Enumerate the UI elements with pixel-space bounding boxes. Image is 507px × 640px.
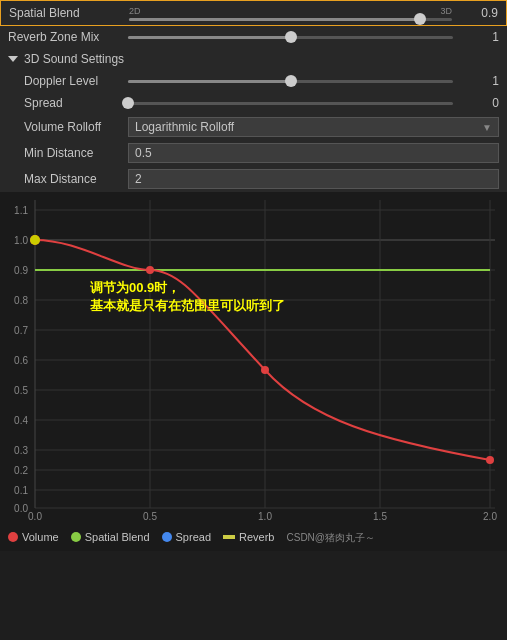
spatial-blend-value: 0.9 (458, 6, 498, 20)
min-distance-input[interactable]: 0.5 (128, 143, 499, 163)
audio-settings-panel: Spatial Blend 2D 3D 0.9 Reverb Zone Mix (0, 0, 507, 551)
legend-spread: Spread (162, 531, 211, 543)
doppler-level-slider-container (128, 73, 453, 89)
svg-text:0.2: 0.2 (14, 465, 28, 476)
legend-watermark: CSDN@猪肉丸子～ (286, 531, 375, 545)
svg-text:2.0: 2.0 (483, 511, 497, 522)
svg-text:0.3: 0.3 (14, 445, 28, 456)
legend-reverb: Reverb (223, 531, 274, 543)
legend-volume: Volume (8, 531, 59, 543)
doppler-level-track (128, 80, 453, 83)
doppler-level-fill (128, 80, 291, 83)
svg-text:基本就是只有在范围里可以听到了: 基本就是只有在范围里可以听到了 (90, 298, 285, 313)
3d-sound-settings-header[interactable]: 3D Sound Settings (0, 48, 507, 70)
doppler-level-label: Doppler Level (8, 74, 128, 88)
spread-row: Spread 0 (0, 92, 507, 114)
spread-thumb[interactable] (122, 97, 134, 109)
svg-text:0.5: 0.5 (143, 511, 157, 522)
spatial-blend-fill (129, 18, 420, 21)
legend-spread-label: Spread (176, 531, 211, 543)
watermark-text: CSDN@猪肉丸子～ (286, 531, 375, 545)
dropdown-arrow-icon: ▼ (482, 122, 492, 133)
max-distance-row: Max Distance 2 (0, 166, 507, 192)
volume-rolloff-label: Volume Rolloff (8, 120, 128, 134)
svg-text:0.8: 0.8 (14, 295, 28, 306)
legend-volume-label: Volume (22, 531, 59, 543)
3d-sound-settings-label: 3D Sound Settings (24, 52, 124, 66)
spatial-blend-slider-container: 2D 3D (129, 5, 452, 21)
max-distance-input[interactable]: 2 (128, 169, 499, 189)
svg-text:1.1: 1.1 (14, 205, 28, 216)
spread-track (128, 102, 453, 105)
svg-text:0.5: 0.5 (14, 385, 28, 396)
spatial-blend-axis-labels: 2D 3D (129, 6, 452, 16)
svg-text:0.4: 0.4 (14, 415, 28, 426)
svg-text:1.0: 1.0 (258, 511, 272, 522)
label-2d: 2D (129, 6, 141, 16)
doppler-level-row: Doppler Level 1 (0, 70, 507, 92)
chart-legend: Volume Spatial Blend Spread Reverb CSDN@… (0, 525, 507, 551)
svg-text:1.5: 1.5 (373, 511, 387, 522)
spread-value: 0 (459, 96, 499, 110)
legend-reverb-label: Reverb (239, 531, 274, 543)
svg-text:0.1: 0.1 (14, 485, 28, 496)
reverb-zone-mix-label: Reverb Zone Mix (8, 30, 128, 44)
min-distance-value: 0.5 (135, 146, 152, 160)
reverb-zone-mix-thumb[interactable] (285, 31, 297, 43)
reverb-zone-mix-fill (128, 36, 291, 39)
spread-slider-container (128, 95, 453, 111)
doppler-level-value: 1 (459, 74, 499, 88)
svg-text:0.6: 0.6 (14, 355, 28, 366)
spatial-blend-row: Spatial Blend 2D 3D 0.9 (0, 0, 507, 26)
svg-text:1.0: 1.0 (14, 235, 28, 246)
collapse-triangle-icon (8, 56, 18, 62)
volume-rolloff-row: Volume Rolloff Logarithmic Rolloff ▼ (0, 114, 507, 140)
max-distance-label: Max Distance (8, 172, 128, 186)
spatial-blend-thumb[interactable] (414, 13, 426, 25)
volume-legend-dot (8, 532, 18, 542)
reverb-zone-mix-slider-container (128, 29, 453, 45)
spatial-blend-label: Spatial Blend (9, 6, 129, 20)
svg-text:0.0: 0.0 (14, 503, 28, 514)
svg-text:调节为00.9时，: 调节为00.9时， (90, 280, 180, 295)
chart-svg: 1.1 1.0 0.9 0.8 0.7 0.6 0.5 0.4 0.3 0.2 … (0, 192, 507, 522)
svg-text:0.0: 0.0 (28, 511, 42, 522)
max-distance-value: 2 (135, 172, 142, 186)
min-distance-row: Min Distance 0.5 (0, 140, 507, 166)
svg-point-37 (146, 266, 154, 274)
svg-point-39 (486, 456, 494, 464)
volume-rolloff-dropdown[interactable]: Logarithmic Rolloff ▼ (128, 117, 499, 137)
rolloff-chart: 1.1 1.0 0.9 0.8 0.7 0.6 0.5 0.4 0.3 0.2 … (0, 192, 507, 525)
doppler-level-thumb[interactable] (285, 75, 297, 87)
svg-text:0.7: 0.7 (14, 325, 28, 336)
label-3d: 3D (440, 6, 452, 16)
legend-spatial-blend-label: Spatial Blend (85, 531, 150, 543)
svg-point-40 (30, 235, 40, 245)
reverb-zone-mix-value: 1 (459, 30, 499, 44)
spread-legend-dot (162, 532, 172, 542)
svg-point-38 (261, 366, 269, 374)
legend-spatial-blend: Spatial Blend (71, 531, 150, 543)
min-distance-label: Min Distance (8, 146, 128, 160)
spread-label: Spread (8, 96, 128, 110)
svg-text:0.9: 0.9 (14, 265, 28, 276)
reverb-legend-line (223, 535, 235, 539)
spatial-blend-legend-dot (71, 532, 81, 542)
reverb-zone-mix-track (128, 36, 453, 39)
volume-rolloff-value: Logarithmic Rolloff (135, 120, 234, 134)
reverb-zone-mix-row: Reverb Zone Mix 1 (0, 26, 507, 48)
spatial-blend-track (129, 18, 452, 21)
